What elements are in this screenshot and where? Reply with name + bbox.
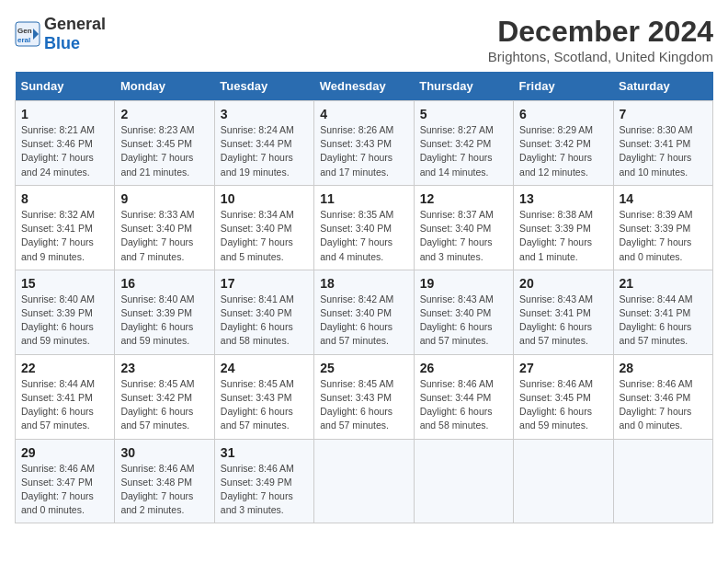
calendar-cell: 5 Sunrise: 8:27 AM Sunset: 3:42 PM Dayli… [414,101,513,186]
logo-blue: Blue [44,34,80,52]
day-sunrise: Sunrise: 8:38 AM [519,209,593,220]
calendar-cell [414,439,513,523]
day-daylight: Daylight: 7 hours and 10 minutes. [620,152,692,177]
header-day-saturday: Saturday [613,72,712,101]
day-daylight: Daylight: 6 hours and 59 minutes. [120,321,193,346]
calendar-cell: 26 Sunrise: 8:46 AM Sunset: 3:44 PM Dayl… [414,354,513,439]
calendar-cell [314,439,414,523]
header-day-friday: Friday [514,72,613,101]
day-number: 4 [320,107,407,121]
calendar-cell: 12 Sunrise: 8:37 AM Sunset: 3:40 PM Dayl… [414,185,513,270]
day-sunset: Sunset: 3:46 PM [21,138,93,149]
day-daylight: Daylight: 6 hours and 58 minutes. [420,406,493,431]
day-daylight: Daylight: 6 hours and 57 minutes. [221,406,293,431]
header-day-monday: Monday [115,72,214,101]
title-area: December 2024 Brightons, Scotland, Unite… [488,15,713,64]
week-row-3: 15 Sunrise: 8:40 AM Sunset: 3:39 PM Dayl… [16,270,713,354]
day-number: 18 [320,276,407,291]
day-sunrise: Sunrise: 8:26 AM [320,124,393,135]
calendar-cell: 8 Sunrise: 8:32 AM Sunset: 3:41 PM Dayli… [16,185,115,270]
day-sunset: Sunset: 3:47 PM [21,477,93,488]
day-sunrise: Sunrise: 8:42 AM [320,293,393,304]
calendar-cell [613,439,712,523]
main-title: December 2024 [488,15,713,49]
day-number: 7 [620,107,707,121]
day-sunrise: Sunrise: 8:44 AM [620,293,693,304]
day-sunset: Sunset: 3:43 PM [320,392,392,403]
logo-text: General Blue [44,15,106,53]
day-daylight: Daylight: 6 hours and 57 minutes. [320,406,392,431]
day-sunrise: Sunrise: 8:39 AM [620,209,693,220]
day-number: 31 [221,445,308,460]
day-daylight: Daylight: 7 hours and 0 minutes. [620,406,692,431]
day-number: 3 [221,107,308,121]
day-sunrise: Sunrise: 8:46 AM [620,378,693,389]
day-number: 5 [420,107,507,121]
day-number: 12 [420,191,507,206]
day-sunset: Sunset: 3:49 PM [221,477,292,488]
day-daylight: Daylight: 7 hours and 9 minutes. [21,236,94,261]
week-row-1: 1 Sunrise: 8:21 AM Sunset: 3:46 PM Dayli… [16,101,713,186]
day-sunset: Sunset: 3:41 PM [519,307,591,318]
day-number: 1 [21,107,108,121]
calendar-cell: 30 Sunrise: 8:46 AM Sunset: 3:48 PM Dayl… [115,439,214,523]
calendar-cell: 22 Sunrise: 8:44 AM Sunset: 3:41 PM Dayl… [16,354,115,439]
day-sunrise: Sunrise: 8:30 AM [620,124,693,135]
calendar-cell [514,439,613,523]
calendar-cell: 1 Sunrise: 8:21 AM Sunset: 3:46 PM Dayli… [16,101,115,186]
day-sunset: Sunset: 3:40 PM [320,307,392,318]
day-daylight: Daylight: 6 hours and 57 minutes. [620,321,692,346]
calendar-cell: 23 Sunrise: 8:45 AM Sunset: 3:42 PM Dayl… [115,354,214,439]
day-sunset: Sunset: 3:39 PM [620,223,691,234]
day-number: 22 [21,361,108,375]
calendar-cell: 3 Sunrise: 8:24 AM Sunset: 3:44 PM Dayli… [214,101,313,186]
day-daylight: Daylight: 7 hours and 0 minutes. [620,236,692,261]
day-sunrise: Sunrise: 8:32 AM [21,209,95,220]
day-daylight: Daylight: 6 hours and 59 minutes. [21,321,94,346]
calendar-cell: 31 Sunrise: 8:46 AM Sunset: 3:49 PM Dayl… [214,439,313,523]
calendar-cell: 6 Sunrise: 8:29 AM Sunset: 3:42 PM Dayli… [514,101,613,186]
day-sunset: Sunset: 3:44 PM [420,392,492,403]
day-sunset: Sunset: 3:41 PM [21,392,93,403]
day-daylight: Daylight: 7 hours and 3 minutes. [221,490,293,515]
day-sunrise: Sunrise: 8:45 AM [320,378,393,389]
header-row: SundayMondayTuesdayWednesdayThursdayFrid… [16,72,713,101]
header-day-tuesday: Tuesday [214,72,313,101]
day-daylight: Daylight: 7 hours and 4 minutes. [320,236,392,261]
calendar-cell: 18 Sunrise: 8:42 AM Sunset: 3:40 PM Dayl… [314,270,414,354]
calendar-cell: 15 Sunrise: 8:40 AM Sunset: 3:39 PM Dayl… [16,270,115,354]
day-sunset: Sunset: 3:41 PM [620,138,691,149]
day-sunrise: Sunrise: 8:40 AM [21,293,95,304]
day-sunrise: Sunrise: 8:27 AM [420,124,494,135]
day-number: 20 [519,276,607,291]
day-sunset: Sunset: 3:40 PM [320,223,392,234]
calendar-cell: 28 Sunrise: 8:46 AM Sunset: 3:46 PM Dayl… [613,354,712,439]
day-sunrise: Sunrise: 8:21 AM [21,124,95,135]
header-day-sunday: Sunday [16,72,115,101]
day-number: 15 [21,276,108,291]
day-sunrise: Sunrise: 8:29 AM [519,124,593,135]
day-number: 8 [21,191,108,206]
calendar-cell: 13 Sunrise: 8:38 AM Sunset: 3:39 PM Dayl… [514,185,613,270]
day-sunset: Sunset: 3:41 PM [21,223,93,234]
day-daylight: Daylight: 7 hours and 1 minute. [519,236,592,261]
svg-text:Gen: Gen [17,27,32,35]
day-daylight: Daylight: 7 hours and 19 minutes. [221,152,293,177]
week-row-2: 8 Sunrise: 8:32 AM Sunset: 3:41 PM Dayli… [16,185,713,270]
day-sunset: Sunset: 3:42 PM [519,138,591,149]
day-sunrise: Sunrise: 8:43 AM [519,293,593,304]
day-number: 13 [519,191,607,206]
day-daylight: Daylight: 7 hours and 24 minutes. [21,152,94,177]
day-sunset: Sunset: 3:42 PM [420,138,492,149]
calendar-cell: 11 Sunrise: 8:35 AM Sunset: 3:40 PM Dayl… [314,185,414,270]
day-sunrise: Sunrise: 8:46 AM [519,378,593,389]
day-number: 2 [120,107,208,121]
day-sunset: Sunset: 3:43 PM [221,392,292,403]
day-number: 17 [221,276,308,291]
day-number: 11 [320,191,407,206]
calendar-cell: 4 Sunrise: 8:26 AM Sunset: 3:43 PM Dayli… [314,101,414,186]
day-sunset: Sunset: 3:45 PM [519,392,591,403]
day-sunrise: Sunrise: 8:33 AM [120,209,194,220]
day-sunrise: Sunrise: 8:44 AM [21,378,95,389]
day-number: 28 [620,361,707,375]
